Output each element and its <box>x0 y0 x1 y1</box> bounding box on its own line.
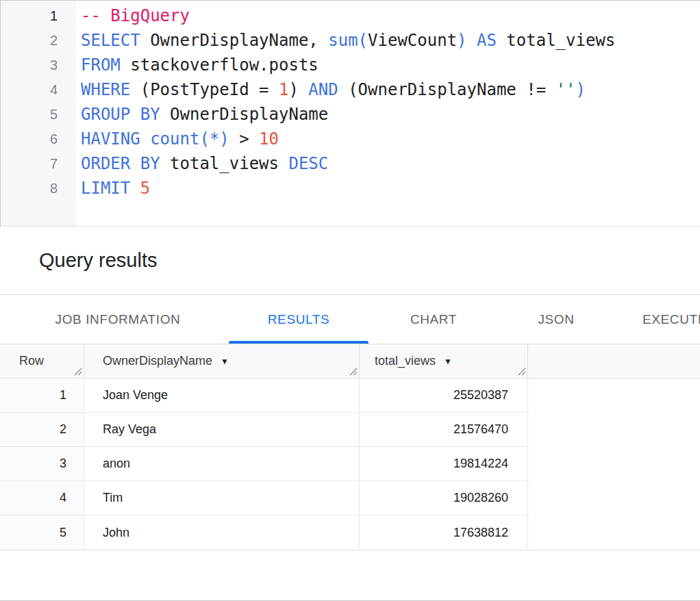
cell-owner: John <box>84 515 360 550</box>
code-token: ) <box>457 31 466 50</box>
cell-owner: anon <box>84 447 360 481</box>
line-number: 8 <box>1 176 77 201</box>
results-panel-footer-space <box>0 550 700 601</box>
code-token: SELECT <box>81 31 140 50</box>
cell-row: 5 <box>0 515 84 550</box>
editor-gutter: 12345678 <box>1 1 77 226</box>
code-line: WHERE (PostTypeId = 1) AND (OwnerDisplay… <box>81 77 615 102</box>
code-token: count(*) <box>150 129 229 149</box>
sort-dropdown-icon[interactable]: ▼ <box>221 357 229 366</box>
cell-owner: Tim <box>84 481 360 515</box>
code-token <box>467 31 477 50</box>
code-token: ORDER BY <box>81 154 160 173</box>
table-row: 4Tim19028260 <box>0 481 529 515</box>
cell-owner: Ray Vega <box>84 413 360 446</box>
results-table: RowOwnerDisplayName▼total_views▼ 1Joan V… <box>0 344 700 550</box>
code-token: total_views <box>497 31 615 50</box>
header-cell-row: Row <box>0 344 84 378</box>
code-token: total_views <box>160 154 289 173</box>
cell-owner: Joan Venge <box>84 379 360 412</box>
code-token: OwnerDisplayName, <box>140 31 329 50</box>
cell-views: 25520387 <box>360 379 528 412</box>
code-token: HAVING <box>81 129 140 149</box>
table-row: 1Joan Venge25520387 <box>0 379 529 413</box>
header-cell-filler <box>528 344 700 378</box>
code-token: AS <box>477 31 497 50</box>
code-token: (OwnerDisplayName != <box>338 80 556 99</box>
table-row: 3anon19814224 <box>0 447 529 481</box>
column-label: OwnerDisplayName <box>103 354 212 368</box>
line-number: 4 <box>1 77 77 102</box>
results-tabbar: JOB INFORMATIONRESULTSCHARTJSONEXECUTI <box>0 295 700 344</box>
results-table-header: RowOwnerDisplayName▼total_views▼ <box>0 344 700 379</box>
code-token: FROM <box>81 55 121 75</box>
code-token: stackoverflow.posts <box>121 55 318 75</box>
table-row: 2Ray Vega21576470 <box>0 413 529 447</box>
cell-row: 4 <box>0 481 84 515</box>
column-label: total_views <box>375 354 436 368</box>
tab-executi[interactable]: EXECUTI <box>614 295 700 344</box>
editor-code-area: -- BigQuerySELECT OwnerDisplayName, sum(… <box>77 1 615 226</box>
code-token: GROUP BY <box>81 105 160 124</box>
column-label: Row <box>19 354 44 368</box>
code-token: DESC <box>288 154 328 173</box>
sort-dropdown-icon[interactable]: ▼ <box>444 357 452 366</box>
code-line: HAVING count(*) > 10 <box>81 127 615 151</box>
code-token: (PostTypeId = <box>130 80 279 99</box>
code-line: ORDER BY total_views DESC <box>81 151 615 176</box>
code-token: 10 <box>259 129 279 149</box>
line-number: 1 <box>1 3 77 28</box>
tab-results[interactable]: RESULTS <box>229 295 368 344</box>
code-token: 5 <box>140 179 150 198</box>
code-line: -- BigQuery <box>81 3 615 28</box>
code-token: LIMIT <box>81 179 130 198</box>
code-token: OwnerDisplayName <box>160 105 329 124</box>
code-line: FROM stackoverflow.posts <box>81 53 615 77</box>
code-token: 1 <box>279 80 288 99</box>
table-row: 5John17638812 <box>0 515 529 550</box>
cell-row: 3 <box>0 447 84 481</box>
cell-views: 19814224 <box>360 447 528 481</box>
code-token: -- BigQuery <box>81 6 190 25</box>
column-resize-handle[interactable] <box>517 367 526 376</box>
cell-views: 21576470 <box>360 413 528 446</box>
code-token: ) <box>576 80 586 99</box>
query-results-title: Query results <box>39 249 157 272</box>
cell-row: 2 <box>0 413 84 446</box>
cell-views: 17638812 <box>360 515 528 550</box>
code-token: AND <box>308 80 338 99</box>
code-token: > <box>229 129 259 149</box>
column-resize-handle[interactable] <box>349 367 358 376</box>
line-number: 5 <box>1 102 77 127</box>
code-token <box>130 179 140 198</box>
code-line: GROUP BY OwnerDisplayName <box>81 102 615 127</box>
cell-views: 19028260 <box>360 481 528 515</box>
code-token: sum( <box>328 31 368 50</box>
column-resize-handle[interactable] <box>73 367 82 376</box>
code-token: WHERE <box>81 80 130 99</box>
code-token <box>140 129 150 149</box>
sql-editor[interactable]: 12345678 -- BigQuerySELECT OwnerDisplayN… <box>0 0 700 227</box>
cell-row: 1 <box>0 379 84 412</box>
tab-json[interactable]: JSON <box>499 295 614 344</box>
query-results-header: Query results <box>0 227 700 295</box>
line-number: 3 <box>1 53 77 77</box>
code-line: LIMIT 5 <box>81 176 615 201</box>
header-cell-ownerdisplayname: OwnerDisplayName▼ <box>84 344 360 378</box>
tab-job-information[interactable]: JOB INFORMATION <box>7 295 229 344</box>
code-token: ViewCount <box>368 31 457 50</box>
tab-chart[interactable]: CHART <box>368 295 499 344</box>
line-number: 2 <box>1 28 77 53</box>
line-number: 7 <box>1 151 77 176</box>
bigquery-panel: 12345678 -- BigQuerySELECT OwnerDisplayN… <box>0 0 700 601</box>
code-token: '' <box>556 80 576 99</box>
results-table-body: 1Joan Venge255203872Ray Vega215764703ano… <box>0 379 700 550</box>
code-token: ) <box>288 80 308 99</box>
code-line: SELECT OwnerDisplayName, sum(ViewCount) … <box>81 28 615 53</box>
line-number: 6 <box>1 127 77 151</box>
header-cell-total_views: total_views▼ <box>360 344 528 378</box>
